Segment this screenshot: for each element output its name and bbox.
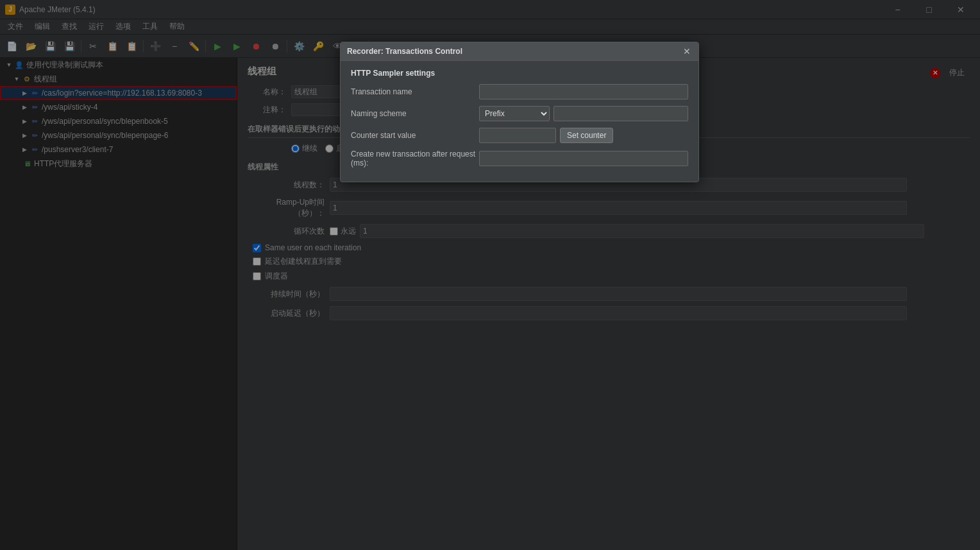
naming-scheme-label: Naming scheme [351, 109, 479, 118]
new-transaction-label: Create new transaction after request (ms… [351, 150, 479, 168]
naming-scheme-extra-input[interactable] [553, 106, 688, 121]
modal-body: HTTP Sampler settings Transaction name N… [341, 61, 698, 182]
transaction-name-row: Transaction name [351, 84, 688, 99]
new-transaction-input[interactable] [479, 151, 688, 166]
transaction-name-label: Transaction name [351, 87, 479, 96]
counter-start-input[interactable] [479, 128, 556, 143]
modal-title: Recorder: Transactions Control [347, 47, 462, 56]
naming-scheme-row: Naming scheme Prefix Suffix Format [351, 106, 688, 121]
new-transaction-row: Create new transaction after request (ms… [351, 150, 688, 168]
transaction-name-input[interactable] [479, 84, 688, 99]
modal-title-bar: Recorder: Transactions Control ✕ [341, 42, 698, 61]
set-counter-button[interactable]: Set counter [560, 128, 613, 143]
modal-close-button[interactable]: ✕ [682, 46, 692, 56]
modal-section-title: HTTP Sampler settings [351, 69, 688, 78]
naming-scheme-select[interactable]: Prefix Suffix Format [479, 106, 550, 121]
modal-dialog: Recorder: Transactions Control ✕ HTTP Sa… [340, 42, 699, 182]
counter-start-label: Counter start value [351, 131, 479, 140]
counter-start-row: Counter start value Set counter [351, 128, 688, 143]
